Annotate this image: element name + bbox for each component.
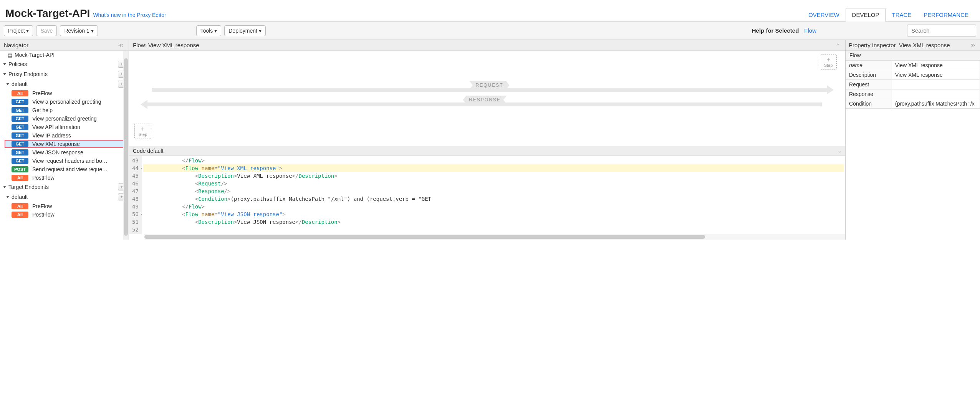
inspector-row[interactable]: Request <box>846 80 980 89</box>
inspector-key: Request <box>846 80 892 89</box>
flow-row[interactable]: GETView JSON response <box>5 148 129 157</box>
inspector-row[interactable]: nameView XML response <box>846 61 980 70</box>
inspector-key: Description <box>846 70 892 80</box>
search-input[interactable] <box>907 25 976 36</box>
deployment-button[interactable]: Deployment ▾ <box>224 25 266 36</box>
revision-button[interactable]: Revision 1 ▾ <box>60 25 98 36</box>
method-badge: All <box>12 203 28 209</box>
navigator-panel: Navigator ≪ ▤ Mock-Target-API Policies +… <box>0 40 129 240</box>
navigator-target-default[interactable]: default + <box>5 192 129 202</box>
request-arrow-label: REQUEST <box>469 81 509 89</box>
inspector-value[interactable] <box>892 80 980 89</box>
method-badge: GET <box>12 132 28 139</box>
document-icon: ▤ <box>8 52 12 58</box>
flow-label: View XML response <box>32 141 80 147</box>
flow-row[interactable]: POSTSend request and view reque… <box>5 165 129 174</box>
flow-row[interactable]: GETView XML response <box>5 140 129 148</box>
method-badge: GET <box>12 116 28 122</box>
method-badge: GET <box>12 107 28 113</box>
inspector-key: name <box>846 61 892 70</box>
tab-develop[interactable]: DEVELOP <box>846 8 886 22</box>
help-link[interactable]: Flow <box>804 27 816 34</box>
inspector-value[interactable]: View XML response <box>892 61 980 70</box>
proxy-title: Mock-Target-API <box>5 7 90 20</box>
flow-row[interactable]: AllPostFlow <box>5 174 129 182</box>
flow-canvas: +Step REQUEST RESPONSE +Step <box>129 51 845 146</box>
flow-label: Send request and view reque… <box>32 166 108 172</box>
flow-row[interactable]: GETView request headers and bo… <box>5 157 129 165</box>
flow-label: View API affirmation <box>32 124 80 130</box>
expand-inspector-icon[interactable]: ≫ <box>969 43 977 48</box>
method-badge: POST <box>12 166 28 172</box>
inspector-value[interactable] <box>892 89 980 99</box>
method-badge: All <box>12 212 28 218</box>
toolbar: Project ▾ Save Revision 1 ▾ Tools ▾ Depl… <box>0 22 980 40</box>
project-button[interactable]: Project ▾ <box>4 25 33 36</box>
code-horizontal-scrollbar[interactable] <box>144 234 845 240</box>
collapse-navigator-icon[interactable]: ≪ <box>117 43 125 48</box>
navigator-proxy-default[interactable]: default + <box>5 79 129 89</box>
navigator-root[interactable]: ▤ Mock-Target-API <box>0 51 129 59</box>
flow-label: View personalized greeting <box>32 116 97 122</box>
inspector-key: Response <box>846 89 892 99</box>
method-badge: GET <box>12 124 28 130</box>
inspector-header: Property Inspector View XML response ≫ <box>846 40 980 51</box>
flow-row[interactable]: GETView a personalized greeting <box>5 98 129 106</box>
code-header: Code default ⌄ <box>129 146 845 156</box>
code-panel: Code default ⌄ 43444546474849505152 </Fl… <box>129 146 845 240</box>
flow-row[interactable]: AllPreFlow <box>5 202 129 210</box>
method-badge: All <box>12 175 28 181</box>
tab-overview[interactable]: OVERVIEW <box>802 8 846 21</box>
method-badge: GET <box>12 158 28 164</box>
response-arrow-label: RESPONSE <box>463 96 507 104</box>
inspector-row[interactable]: Condition(proxy.pathsuffix MatchesPath "… <box>846 99 980 109</box>
flow-label: View a personalized greeting <box>32 99 101 105</box>
flow-label: View IP address <box>32 132 71 139</box>
flow-row[interactable]: GETView IP address <box>5 131 129 140</box>
code-editor[interactable]: 43444546474849505152 </Flow> <Flow name=… <box>129 156 845 234</box>
navigator-section-policies[interactable]: Policies + <box>0 59 129 69</box>
flow-label: View JSON response <box>32 149 83 155</box>
save-button[interactable]: Save <box>36 25 57 36</box>
flow-row[interactable]: AllPostFlow <box>5 210 129 219</box>
inspector-row[interactable]: DescriptionView XML response <box>846 70 980 80</box>
flow-label: PreFlow <box>32 90 52 96</box>
method-badge: All <box>12 90 28 96</box>
add-step-response-button[interactable]: +Step <box>134 124 151 139</box>
property-inspector: Property Inspector View XML response ≫ F… <box>846 40 980 240</box>
navigator-section-target-endpoints[interactable]: Target Endpoints + <box>0 182 129 192</box>
flow-row[interactable]: AllPreFlow <box>5 89 129 98</box>
method-badge: GET <box>12 141 28 147</box>
flow-label: PostFlow <box>32 175 55 181</box>
flow-scroll-up-icon[interactable]: ⌃ <box>834 43 841 48</box>
flow-row[interactable]: GETGet help <box>5 106 129 114</box>
navigator-section-proxy-endpoints[interactable]: Proxy Endpoints + <box>0 69 129 79</box>
inspector-section: Flow <box>846 51 980 60</box>
flow-label: View request headers and bo… <box>32 158 108 164</box>
inspector-row[interactable]: Response <box>846 89 980 99</box>
tab-performance[interactable]: PERFORMANCE <box>917 8 975 21</box>
method-badge: GET <box>12 149 28 155</box>
tools-button[interactable]: Tools ▾ <box>196 25 222 36</box>
flow-header: Flow: View XML response ⌃ <box>129 40 845 51</box>
inspector-value[interactable]: (proxy.pathsuffix MatchesPath "/x <box>892 99 980 109</box>
navigator-header: Navigator ≪ <box>0 40 129 51</box>
code-collapse-icon[interactable]: ⌄ <box>838 148 841 154</box>
center-panel: Flow: View XML response ⌃ +Step REQUEST … <box>129 40 846 240</box>
inspector-value[interactable]: View XML response <box>892 70 980 80</box>
navigator-scrollbar[interactable] <box>123 51 129 240</box>
tab-trace[interactable]: TRACE <box>886 8 917 21</box>
page-header: Mock-Target-API What's new in the Proxy … <box>0 0 980 22</box>
header-tabs: OVERVIEWDEVELOPTRACEPERFORMANCE <box>802 2 975 21</box>
flow-row[interactable]: GETView API affirmation <box>5 123 129 131</box>
flow-label: Get help <box>32 107 53 113</box>
inspector-key: Condition <box>846 99 892 109</box>
method-badge: GET <box>12 99 28 105</box>
whats-new-link[interactable]: What's new in the Proxy Editor <box>93 12 166 18</box>
flow-row[interactable]: GETView personalized greeting <box>5 114 129 123</box>
inspector-table: nameView XML responseDescriptionView XML… <box>846 60 980 109</box>
add-step-request-button[interactable]: +Step <box>820 55 837 70</box>
help-label: Help for Selected <box>752 27 799 34</box>
flow-label: PreFlow <box>32 203 52 209</box>
flow-label: PostFlow <box>32 212 55 218</box>
